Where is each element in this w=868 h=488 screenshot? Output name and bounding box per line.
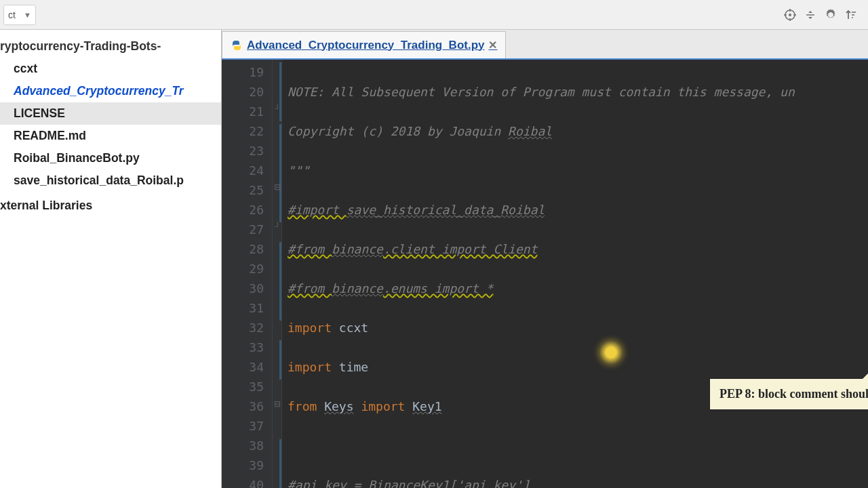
inspection-tooltip: PEP 8: block comment should start with '… (709, 378, 868, 410)
fold-minus-icon[interactable]: ⊟ (273, 400, 281, 408)
tree-folder-ccxt[interactable]: ccxt (0, 58, 221, 80)
code-editor[interactable]: 1920212223242526272829303132333435363738… (222, 60, 868, 488)
gear-icon[interactable] (824, 8, 837, 22)
chevron-down-icon: ▼ (24, 11, 31, 19)
sort-icon[interactable] (844, 8, 858, 22)
tree-file-active[interactable]: Advanced_Cryptocurrency_Tr (0, 80, 221, 102)
tree-root[interactable]: ryptocurrency-Trading-Bots- (0, 35, 221, 58)
tree-file-license[interactable]: LICENSE (0, 102, 221, 125)
tree-file-save[interactable]: save_historical_data_Roibal.p (0, 169, 221, 192)
collapse-icon[interactable] (804, 8, 817, 22)
fold-minus-icon[interactable]: ⊟ (273, 183, 281, 191)
tree-file-roibal[interactable]: Roibal_BinanceBot.py (0, 147, 221, 169)
tree-external-libs[interactable]: xternal Libraries (0, 195, 221, 217)
tab-filename: Advanced_Cryptocurrency_Trading_Bot.py (247, 39, 484, 52)
close-icon[interactable]: ✕ (488, 39, 497, 52)
tree-file-readme[interactable]: README.md (0, 125, 221, 147)
fold-end-icon[interactable]: ┘ (273, 104, 281, 113)
fold-gutter: ┘ ⊟ ┘ ⊟ (273, 60, 282, 488)
project-tree[interactable]: ryptocurrency-Trading-Bots- ccxt Advance… (0, 30, 222, 488)
project-dropdown[interactable]: ct ▼ (3, 5, 36, 25)
code-content[interactable]: NOTE: All Subsequent Version of Program … (282, 60, 868, 488)
target-icon[interactable] (783, 8, 797, 22)
file-tab[interactable]: Advanced_Cryptocurrency_Trading_Bot.py ✕ (222, 31, 506, 58)
cursor-highlight-icon (599, 340, 623, 365)
project-label: ct (8, 9, 16, 20)
python-icon (231, 39, 243, 52)
line-gutter: 1920212223242526272829303132333435363738… (222, 60, 273, 488)
editor-tabs: Advanced_Cryptocurrency_Trading_Bot.py ✕ (222, 30, 868, 60)
main-toolbar: ct ▼ (0, 0, 868, 30)
svg-point-1 (789, 14, 791, 16)
fold-end-icon[interactable]: ┘ (273, 222, 281, 230)
